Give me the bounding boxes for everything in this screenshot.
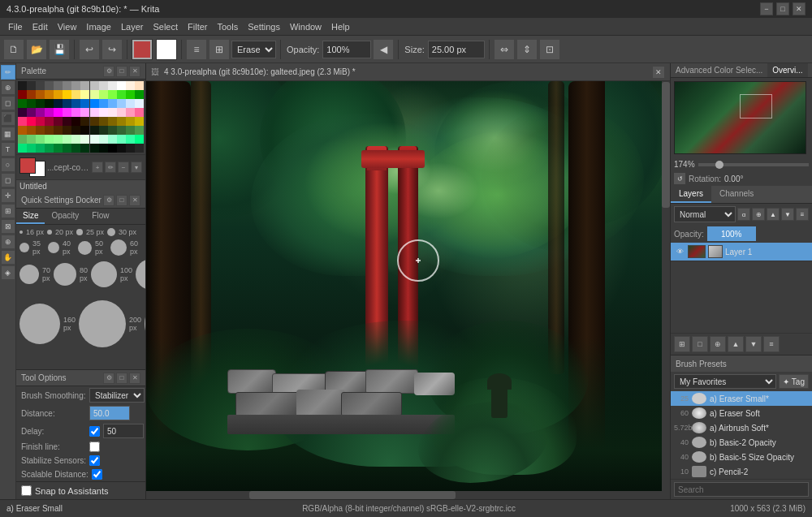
menu-item-help[interactable]: Help <box>326 20 355 33</box>
fg-color-btn[interactable] <box>19 157 36 174</box>
palette-color-53[interactable] <box>117 108 126 117</box>
palette-float-btn[interactable]: □ <box>116 66 127 77</box>
brush-35px[interactable] <box>19 243 29 252</box>
palette-color-77[interactable] <box>80 126 89 135</box>
tool-zoom[interactable]: ⊕ <box>1 235 15 249</box>
palette-color-15[interactable] <box>27 90 36 99</box>
palette-color-65[interactable] <box>99 117 108 126</box>
palette-color-97[interactable] <box>135 135 144 144</box>
opacity-down[interactable]: ◀ <box>373 39 394 60</box>
palette-color-20[interactable] <box>71 90 80 99</box>
rotation-reset-btn[interactable]: ↺ <box>674 173 685 184</box>
tool-move[interactable]: ✛ <box>1 188 15 203</box>
palette-config-btn[interactable]: ⚙ <box>103 66 114 77</box>
brush-16px[interactable] <box>19 230 23 234</box>
palette-color-57[interactable] <box>27 117 36 126</box>
palette-color-101[interactable] <box>45 144 54 153</box>
palette-color-90[interactable] <box>71 135 80 144</box>
palette-color-73[interactable] <box>45 126 54 135</box>
menu-item-layer[interactable]: Layer <box>116 20 149 33</box>
palette-color-74[interactable] <box>54 126 63 135</box>
palette-color-60[interactable] <box>54 117 63 126</box>
palette-color-9[interactable] <box>99 81 108 90</box>
palette-color-42[interactable] <box>18 108 27 117</box>
presets-filter-combo[interactable]: My Favorites <box>674 374 776 389</box>
stabilize-check[interactable] <box>89 455 100 466</box>
tab-overview[interactable]: Overvi... <box>767 63 807 77</box>
palette-color-95[interactable] <box>117 135 126 144</box>
tool-pan[interactable]: ✋ <box>1 250 15 265</box>
palette-color-109[interactable] <box>117 144 126 153</box>
menu-item-settings[interactable]: Settings <box>243 20 285 33</box>
palette-color-18[interactable] <box>54 90 63 99</box>
layer-more-btn[interactable]: ≡ <box>796 208 809 221</box>
preset-item-airbrush-soft[interactable]: 5.72b a) Airbrush Soft* <box>671 420 812 435</box>
quick-float-btn[interactable]: □ <box>116 195 127 206</box>
palette-color-89[interactable] <box>63 135 71 144</box>
palette-color-29[interactable] <box>27 99 36 108</box>
preset-item-pencil[interactable]: 10 c) Pencil-2 <box>671 464 812 479</box>
palette-color-80[interactable] <box>108 126 117 135</box>
menu-item-view[interactable]: View <box>53 20 82 33</box>
palette-color-51[interactable] <box>99 108 108 117</box>
palette-color-14[interactable] <box>18 90 27 99</box>
save-button[interactable]: 💾 <box>49 39 70 60</box>
palette-color-11[interactable] <box>117 81 126 90</box>
palette-color-6[interactable] <box>71 81 80 90</box>
menu-item-select[interactable]: Select <box>148 20 183 33</box>
palette-color-87[interactable] <box>45 135 54 144</box>
move-layer-up-btn[interactable]: ▲ <box>728 336 744 352</box>
palette-color-82[interactable] <box>126 126 135 135</box>
tab-size[interactable]: Size <box>16 209 45 224</box>
scalable-check[interactable] <box>92 469 102 480</box>
brush-view-list[interactable]: ≡ <box>186 39 207 60</box>
forest-painting[interactable] <box>146 81 670 499</box>
tool-paint[interactable]: ✏ <box>1 65 15 80</box>
bg-color-swatch[interactable] <box>156 39 177 60</box>
brush-25px[interactable] <box>76 229 83 235</box>
search-input[interactable] <box>674 482 809 497</box>
palette-color-30[interactable] <box>36 99 45 108</box>
palette-color-88[interactable] <box>54 135 63 144</box>
palette-color-22[interactable] <box>90 90 99 99</box>
maximize-button[interactable]: □ <box>776 2 789 15</box>
tool-options-float[interactable]: □ <box>116 373 127 384</box>
brush-40px[interactable] <box>48 242 59 253</box>
preset-item-eraser-soft[interactable]: 60 a) Eraser Soft <box>671 406 812 420</box>
redo-button[interactable]: ↪ <box>102 39 123 60</box>
preset-item-eraser-small[interactable]: 25 a) Eraser Small* <box>671 391 812 406</box>
layer-vis-btn[interactable]: 👁 <box>674 246 685 257</box>
preset-item-basic-size[interactable]: 40 b) Basic-5 Size Opacity <box>671 450 812 464</box>
tool-text[interactable]: T <box>1 142 15 157</box>
palette-color-106[interactable] <box>90 144 99 153</box>
layer-opacity-input[interactable] <box>707 226 756 241</box>
palette-color-68[interactable] <box>126 117 135 126</box>
brush-20px[interactable] <box>47 230 52 235</box>
palette-color-108[interactable] <box>108 144 117 153</box>
brush-80px[interactable] <box>54 263 76 286</box>
palette-color-50[interactable] <box>90 108 99 117</box>
palette-color-47[interactable] <box>63 108 71 117</box>
palette-color-92[interactable] <box>90 135 99 144</box>
tab-advanced-color[interactable]: Advanced Color Selec... <box>671 63 767 77</box>
tag-button[interactable]: ✦ Tag <box>779 374 809 389</box>
palette-color-39[interactable] <box>117 99 126 108</box>
palette-color-63[interactable] <box>80 117 89 126</box>
palette-color-13[interactable] <box>135 81 144 90</box>
finish-line-check[interactable] <box>89 442 100 452</box>
tool-eyedrop[interactable]: ◈ <box>1 265 15 280</box>
palette-color-43[interactable] <box>27 108 36 117</box>
palette-color-10[interactable] <box>108 81 117 90</box>
palette-color-33[interactable] <box>63 99 71 108</box>
palette-color-85[interactable] <box>27 135 36 144</box>
menu-item-tools[interactable]: Tools <box>213 20 244 33</box>
brush-30px[interactable] <box>107 228 115 236</box>
brush-100px[interactable] <box>91 261 117 287</box>
quick-close-btn[interactable]: ✕ <box>129 195 140 206</box>
palette-color-31[interactable] <box>45 99 54 108</box>
palette-color-40[interactable] <box>126 99 135 108</box>
palette-color-111[interactable] <box>135 144 144 153</box>
zoom-slider[interactable] <box>698 163 809 166</box>
palette-color-4[interactable] <box>54 81 63 90</box>
size-input[interactable] <box>428 41 485 58</box>
